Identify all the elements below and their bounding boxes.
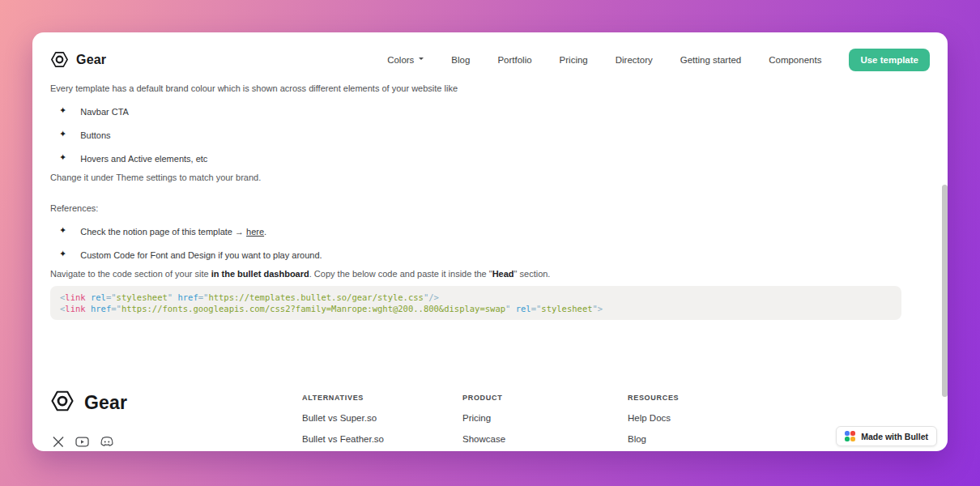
footer-social-icons	[52, 436, 114, 448]
list-item: ✦Buttons	[50, 130, 930, 140]
footer-link-help-docs[interactable]: Help Docs	[628, 413, 679, 423]
text-segment: . Copy the below code and paste it insid…	[309, 269, 492, 279]
main-content: Every template has a default brand colou…	[32, 83, 948, 320]
badge-label: Made with Bullet	[861, 432, 928, 441]
navigate-instruction: Navigate to the code section of your sit…	[50, 269, 930, 279]
code-token: />	[428, 292, 439, 302]
footer-column-resources: RESOURCESHelp DocsBlog	[628, 394, 679, 444]
x-icon[interactable]	[52, 436, 65, 448]
nav-item-blog[interactable]: Blog	[451, 55, 470, 65]
main-nav: ColorsBlogPortfolioPricingDirectoryGetti…	[387, 55, 821, 65]
star-bullet-icon: ✦	[59, 130, 66, 139]
site-header: Gear ColorsBlogPortfolioPricingDirectory…	[32, 32, 948, 75]
header-nav-wrap: ColorsBlogPortfolioPricingDirectoryGetti…	[387, 49, 930, 71]
code-token: stylesheet	[117, 292, 168, 302]
text-segment: .	[264, 227, 266, 237]
footer-logo-text: Gear	[84, 392, 127, 414]
nav-item-getting-started[interactable]: Getting started	[680, 55, 741, 65]
nav-item-portfolio[interactable]: Portfolio	[497, 55, 531, 65]
code-token: ="	[531, 304, 542, 313]
footer-link-showcase[interactable]: Showcase	[462, 434, 505, 444]
gear-logo-icon	[50, 389, 75, 416]
star-bullet-icon: ✦	[59, 153, 66, 162]
discord-icon[interactable]	[100, 436, 114, 448]
inline-link-here[interactable]: here	[246, 227, 264, 237]
code-token: ="	[111, 304, 121, 313]
brand-bullet-list: ✦Navbar CTA✦Buttons✦Hovers and Active el…	[50, 107, 930, 164]
text-segment: " section.	[514, 269, 551, 279]
footer-link-blog[interactable]: Blog	[628, 434, 679, 444]
list-item: ✦Navbar CTA	[50, 107, 930, 117]
code-line: <link href="https://fonts.googleapis.com…	[60, 303, 892, 314]
text-segment: Custom Code for Font and Design if you w…	[80, 250, 322, 260]
change-note: Change it under Theme settings to match …	[50, 173, 930, 182]
gear-logo-icon	[50, 50, 69, 69]
code-token: link	[65, 292, 85, 302]
site-card: Gear ColorsBlogPortfolioPricingDirectory…	[32, 32, 948, 451]
footer-column-heading: RESOURCES	[628, 394, 679, 402]
text-segment: Check the notion page of this template →	[80, 227, 246, 237]
header-logo-text: Gear	[76, 53, 106, 67]
code-line: <link rel="stylesheet" href="https://tem…	[60, 292, 892, 303]
text-segment: Navigate to the code section of your sit…	[50, 269, 211, 279]
text-segment: in the bullet dashboard	[211, 269, 309, 279]
star-bullet-icon: ✦	[59, 249, 66, 258]
footer-column-heading: ALTERNATIVES	[302, 394, 384, 402]
header-logo[interactable]: Gear	[50, 50, 106, 69]
code-token: https://templates.bullet.so/gear/style.c…	[208, 292, 424, 302]
code-token: rel	[91, 292, 106, 302]
footer-link-bullet-vs-super-so[interactable]: Bullet vs Super.so	[302, 413, 384, 423]
footer-link-bullet-vs-feather-so[interactable]: Bullet vs Feather.so	[302, 434, 384, 444]
youtube-icon[interactable]	[75, 436, 89, 448]
text-segment: Head	[492, 269, 514, 279]
code-token: ="	[198, 292, 209, 302]
code-token: rel	[516, 304, 531, 313]
footer-logo[interactable]: Gear	[50, 389, 127, 416]
bullet-text: Check the notion page of this template →…	[80, 227, 266, 237]
code-token: href	[91, 304, 111, 313]
code-block: <link rel="stylesheet" href="https://tem…	[50, 286, 901, 320]
code-token: stylesheet	[541, 304, 592, 313]
footer-column-product: PRODUCTPricingShowcase	[462, 394, 505, 444]
star-bullet-icon: ✦	[59, 226, 66, 235]
nav-item-directory[interactable]: Directory	[616, 55, 653, 65]
list-item: ✦Custom Code for Font and Design if you …	[50, 250, 930, 260]
bullet-text: Hovers and Active elements, etc	[80, 154, 207, 164]
reference-bullet-list: ✦Check the notion page of this template …	[50, 227, 930, 260]
code-token: link	[65, 304, 85, 313]
nav-item-components[interactable]: Components	[769, 55, 821, 65]
bullet-logo-icon	[845, 431, 855, 441]
list-item: ✦Hovers and Active elements, etc	[50, 154, 930, 164]
nav-item-pricing[interactable]: Pricing	[560, 55, 588, 65]
code-token: ="	[106, 292, 117, 302]
footer-column-heading: PRODUCT	[462, 394, 505, 402]
intro-paragraph: Every template has a default brand colou…	[50, 83, 930, 93]
bullet-text: Navbar CTA	[80, 107, 129, 117]
footer-link-pricing[interactable]: Pricing	[462, 413, 505, 423]
scrollbar-thumb[interactable]	[942, 185, 948, 397]
code-token: >	[598, 304, 603, 313]
made-with-bullet-badge[interactable]: Made with Bullet	[836, 426, 937, 446]
footer-column-alternatives: ALTERNATIVESBullet vs Super.soBullet vs …	[302, 394, 384, 444]
nav-item-colors[interactable]: Colors	[387, 55, 424, 65]
code-token: href	[177, 292, 198, 302]
bullet-text: Buttons	[80, 130, 110, 140]
star-bullet-icon: ✦	[59, 106, 66, 115]
chevron-down-icon	[419, 58, 424, 62]
use-template-button[interactable]: Use template	[849, 49, 930, 71]
references-label: References:	[50, 203, 930, 213]
code-token: https://fonts.googleapis.com/css2?family…	[121, 304, 505, 313]
page-background: { "header": { "logo_text": "Gear", "nav_…	[0, 0, 980, 486]
bullet-text: Custom Code for Font and Design if you w…	[80, 250, 322, 260]
list-item: ✦Check the notion page of this template …	[50, 227, 930, 237]
